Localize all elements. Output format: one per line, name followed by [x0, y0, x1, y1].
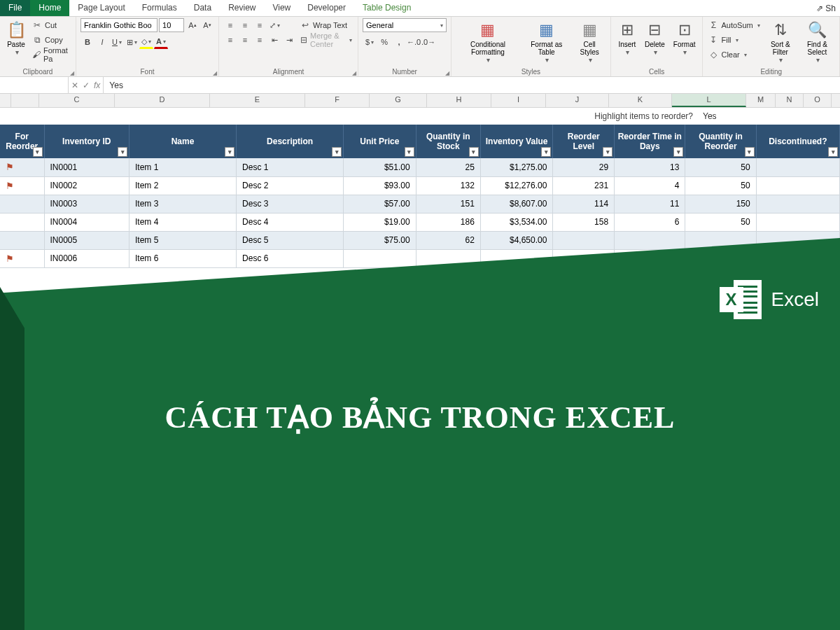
cell[interactable]: Desc 6 — [237, 249, 344, 267]
cell[interactable] — [0, 213, 44, 231]
cell[interactable] — [0, 195, 44, 213]
fill-color-button[interactable]: ◇▾ — [139, 35, 153, 49]
column-header-K[interactable]: K — [609, 94, 672, 107]
table-row[interactable]: ⚑IN0002Item 2Desc 2$93.00132$12,276.0023… — [0, 176, 840, 195]
column-header-J[interactable]: J — [546, 94, 609, 107]
cell[interactable]: 114 — [553, 195, 615, 213]
tab-formulas[interactable]: Formulas — [134, 0, 186, 16]
paste-button[interactable]: 📋 Paste ▾ — [4, 18, 28, 57]
increase-decimal-button[interactable]: ←.0 — [407, 35, 421, 49]
font-size-input[interactable] — [159, 18, 184, 32]
cell[interactable]: 50 — [685, 176, 756, 195]
cell[interactable] — [344, 249, 416, 267]
column-header-H[interactable]: H — [427, 94, 491, 107]
cell[interactable]: Desc 2 — [237, 176, 344, 195]
increase-font-button[interactable]: A▴ — [186, 18, 200, 32]
insert-cells-button[interactable]: ⊞Insert▾ — [615, 18, 639, 57]
cell[interactable]: $12,276.00 — [480, 176, 553, 195]
filter-icon[interactable]: ▾ — [541, 147, 551, 157]
formula-input[interactable]: Yes — [104, 80, 840, 90]
highlight-reorder-value[interactable]: Yes — [700, 111, 742, 121]
autosum-button[interactable]: ΣAutoSum▾ — [707, 18, 761, 32]
dialog-launcher-icon[interactable]: ◢ — [352, 70, 356, 76]
align-top-button[interactable]: ≡ — [223, 18, 237, 32]
borders-button[interactable]: ⊞▾ — [125, 35, 139, 49]
table-header[interactable]: For Reorder▾ — [0, 125, 44, 158]
filter-icon[interactable]: ▾ — [603, 147, 612, 157]
font-color-button[interactable]: A▾ — [154, 35, 168, 49]
cell[interactable]: $1,275.00 — [480, 158, 553, 176]
cell[interactable]: 186 — [416, 213, 480, 231]
cell[interactable]: Desc 1 — [237, 158, 344, 176]
dialog-launcher-icon[interactable]: ◢ — [213, 70, 217, 76]
column-header-blank[interactable] — [11, 94, 39, 107]
cell[interactable]: ⚑ — [0, 158, 44, 176]
align-bottom-button[interactable]: ≡ — [253, 18, 267, 32]
table-header[interactable]: Unit Price▾ — [344, 125, 416, 158]
tab-review[interactable]: Review — [220, 0, 264, 16]
filter-icon[interactable]: ▾ — [225, 147, 234, 157]
percent-button[interactable]: % — [377, 35, 391, 49]
align-left-button[interactable]: ≡ — [223, 33, 237, 47]
decrease-decimal-button[interactable]: .0→ — [421, 35, 435, 49]
font-name-input[interactable] — [80, 18, 158, 32]
cell[interactable]: Item 4 — [130, 213, 237, 231]
filter-icon[interactable]: ▾ — [118, 147, 127, 157]
table-header[interactable]: Discontinued?▾ — [756, 125, 839, 158]
tab-table-design[interactable]: Table Design — [354, 0, 419, 16]
column-header-L[interactable]: L — [672, 94, 746, 107]
column-header-M[interactable]: M — [746, 94, 776, 107]
cell[interactable]: 50 — [685, 213, 756, 231]
tab-developer[interactable]: Developer — [299, 0, 354, 16]
fill-button[interactable]: ↧Fill▾ — [707, 33, 761, 47]
cell[interactable]: 29 — [553, 158, 615, 176]
sort-filter-button[interactable]: ⇅Sort & Filter▾ — [764, 18, 797, 65]
fx-button[interactable]: fx — [94, 80, 100, 90]
table-header[interactable]: Quantity in Stock▾ — [416, 125, 480, 158]
cell[interactable]: 151 — [416, 195, 480, 213]
copy-button[interactable]: ⧉Copy — [31, 33, 71, 47]
cell[interactable]: IN0004 — [44, 213, 130, 231]
cell[interactable]: $8,607.00 — [480, 195, 553, 213]
cell[interactable]: Item 5 — [130, 231, 237, 249]
cell[interactable]: $57.00 — [344, 195, 416, 213]
wrap-text-button[interactable]: ↩Wrap Text — [299, 18, 354, 32]
cell[interactable]: IN0002 — [44, 176, 130, 195]
table-header[interactable]: Description▾ — [237, 125, 344, 158]
column-header-E[interactable]: E — [210, 94, 305, 107]
cell[interactable]: IN0003 — [44, 195, 130, 213]
align-middle-button[interactable]: ≡ — [238, 18, 252, 32]
table-header[interactable]: Inventory ID▾ — [44, 125, 130, 158]
format-painter-button[interactable]: 🖌Format Pa — [31, 48, 71, 62]
cell[interactable]: $75.00 — [344, 231, 416, 249]
cell[interactable] — [756, 195, 839, 213]
cell[interactable]: 11 — [615, 195, 685, 213]
cut-button[interactable]: ✂Cut — [31, 18, 71, 32]
cell[interactable]: Desc 3 — [237, 195, 344, 213]
italic-button[interactable]: I — [95, 35, 109, 49]
cancel-formula-button[interactable]: ✕ — [71, 80, 78, 90]
cell[interactable]: Item 2 — [130, 176, 237, 195]
filter-icon[interactable]: ▾ — [673, 147, 683, 157]
table-header[interactable]: Reorder Time in Days▾ — [615, 125, 685, 158]
cell[interactable]: ⚑ — [0, 249, 44, 267]
cell[interactable]: Item 3 — [130, 195, 237, 213]
merge-center-button[interactable]: ⊟Merge & Center▾ — [299, 33, 354, 47]
filter-icon[interactable]: ▾ — [828, 147, 838, 157]
number-format-combo[interactable]: General▾ — [363, 18, 447, 32]
column-header-I[interactable]: I — [491, 94, 546, 107]
cell[interactable] — [553, 231, 615, 249]
clear-button[interactable]: ◇Clear▾ — [707, 48, 761, 62]
increase-indent-button[interactable]: ⇥ — [282, 33, 296, 47]
select-all-corner[interactable] — [0, 94, 11, 107]
format-as-table-button[interactable]: ▦Format as Table▾ — [523, 18, 570, 65]
table-row[interactable]: IN0003Item 3Desc 3$57.00151$8,607.001141… — [0, 195, 840, 213]
decrease-font-button[interactable]: A▾ — [200, 18, 214, 32]
column-header-O[interactable]: O — [804, 94, 832, 107]
underline-button[interactable]: U▾ — [110, 35, 124, 49]
filter-icon[interactable]: ▾ — [405, 147, 414, 157]
comma-button[interactable]: , — [392, 35, 406, 49]
cell[interactable]: 6 — [615, 213, 685, 231]
tab-file[interactable]: File — [0, 0, 30, 16]
cell[interactable]: 158 — [553, 213, 615, 231]
